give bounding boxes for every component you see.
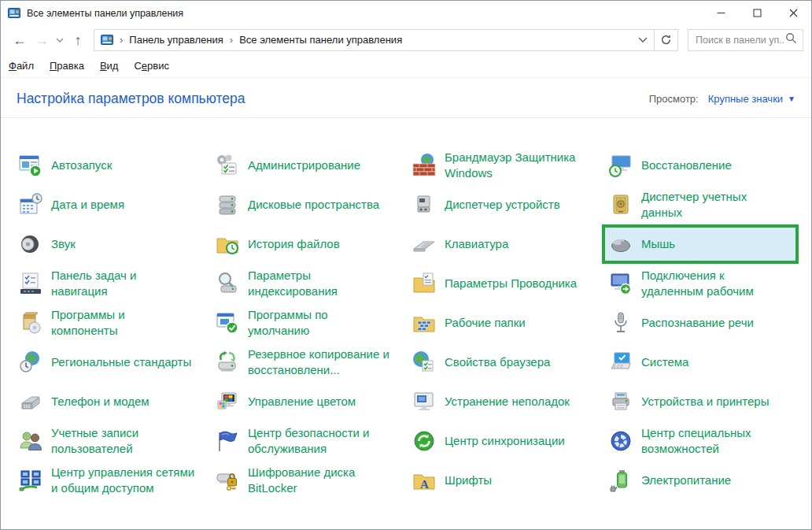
view-value: Крупные значки <box>708 93 783 105</box>
view-dropdown[interactable]: Крупные значки ▼ <box>708 93 795 105</box>
menubar: ФайлПравкаВидСервис <box>1 54 811 78</box>
item-credential-manager[interactable]: Диспетчер учетных данных <box>602 185 799 224</box>
item-fonts[interactable]: AШрифты <box>405 461 602 500</box>
breadcrumb-item-all-items[interactable]: Все элементы панели управления <box>239 34 402 46</box>
item-speech[interactable]: Распознавание речи <box>602 303 799 343</box>
item-default-programs[interactable]: Программы по умолчанию <box>209 303 405 343</box>
item-label: Учетные записи пользователей <box>51 425 138 457</box>
item-network-center[interactable]: Центр управления сетями и общим доступом <box>12 461 209 500</box>
minimize-button[interactable] <box>703 1 739 25</box>
bitlocker-icon <box>215 468 240 493</box>
sync-center-icon <box>412 428 437 454</box>
item-sync-center[interactable]: Центр синхронизации <box>405 421 602 461</box>
item-label: Автозапуск <box>51 158 112 173</box>
item-taskbar[interactable]: Панель задач и навигация <box>12 264 209 303</box>
up-icon[interactable]: ↑ <box>67 28 89 52</box>
mouse-icon <box>608 232 633 257</box>
phone-modem-icon <box>18 389 43 414</box>
address-bar[interactable]: › Панель управления › Все элементы панел… <box>94 29 655 51</box>
item-troubleshooting[interactable]: Устранение неполадок <box>405 382 602 421</box>
back-icon[interactable]: ← <box>9 28 31 52</box>
item-indexing[interactable]: Параметры индексирования <box>209 264 405 303</box>
item-label: Программы и компоненты <box>51 307 125 339</box>
item-label: Управление цветом <box>248 394 356 410</box>
user-accounts-icon <box>18 428 43 454</box>
item-file-history[interactable]: История файлов <box>209 224 405 264</box>
item-label: Параметры Проводника <box>445 276 577 291</box>
item-recovery[interactable]: Восстановление <box>602 146 799 185</box>
content: Настройка параметров компьютера Просмотр… <box>1 78 811 529</box>
item-rdp[interactable]: Подключения к удаленным рабочим <box>602 264 799 303</box>
item-phone-modem[interactable]: Телефон и модем <box>12 382 209 421</box>
titlebar: Все элементы панели управления <box>1 1 811 25</box>
breadcrumb-separator-icon: › <box>228 34 234 46</box>
fonts-icon: A <box>412 468 437 493</box>
file-history-icon <box>215 232 240 257</box>
item-bitlocker[interactable]: Шифрование диска BitLocker <box>209 461 405 500</box>
item-programs-features[interactable]: Программы и компоненты <box>12 303 209 343</box>
region-icon <box>18 350 43 375</box>
item-ease-of-access[interactable]: Центр специальных возможностей <box>602 421 799 461</box>
menu-item-view[interactable]: Вид <box>92 60 127 72</box>
item-backup[interactable]: Резервное копирование и восстановлени... <box>209 343 405 382</box>
window-title: Все элементы панели управления <box>27 8 703 19</box>
internet-options-icon <box>412 350 437 375</box>
search-icon[interactable] <box>785 32 797 47</box>
close-button[interactable] <box>775 1 811 25</box>
troubleshooting-icon <box>412 389 437 414</box>
device-manager-icon <box>412 192 437 217</box>
refresh-button[interactable] <box>654 29 678 51</box>
item-device-manager[interactable]: Диспетчер устройств <box>405 185 602 224</box>
item-datetime[interactable]: Дата и время <box>12 185 209 224</box>
forward-icon[interactable]: → <box>31 28 53 52</box>
history-chevron-icon[interactable] <box>53 28 67 52</box>
default-programs-icon <box>215 310 240 335</box>
item-label: Клавиатура <box>445 236 508 252</box>
item-label: Подключения к удаленным рабочим <box>641 268 754 299</box>
item-user-accounts[interactable]: Учетные записи пользователей <box>12 421 209 461</box>
item-devices-printers[interactable]: Устройства и принтеры <box>602 382 799 421</box>
item-color-mgmt[interactable]: Управление цветом <box>209 382 405 421</box>
devices-printers-icon <box>608 389 633 414</box>
item-firewall[interactable]: Брандмауэр Защитника Windows <box>405 146 602 185</box>
firewall-icon <box>412 153 437 178</box>
system-icon <box>608 350 633 375</box>
item-internet-options[interactable]: Свойства браузера <box>405 343 602 382</box>
menu-item-edit[interactable]: Правка <box>42 60 92 72</box>
breadcrumb-item-control-panel[interactable]: Панель управления <box>129 34 223 46</box>
item-label: История файлов <box>248 236 340 252</box>
item-sound[interactable]: Звук <box>12 224 209 264</box>
item-work-folders[interactable]: Рабочие папки <box>405 303 602 343</box>
item-admin-tools[interactable]: Администрирование <box>209 146 405 185</box>
item-explorer-options[interactable]: Параметры Проводника <box>405 264 602 303</box>
menu-item-file[interactable]: Файл <box>9 60 42 72</box>
speech-icon <box>608 310 633 335</box>
item-storage-spaces[interactable]: Дисковые пространства <box>209 185 405 224</box>
programs-features-icon <box>18 310 43 335</box>
item-system[interactable]: Система <box>602 343 799 382</box>
item-power[interactable]: Электропитание <box>602 461 799 500</box>
item-label: Брандмауэр Защитника Windows <box>445 150 575 181</box>
item-label: Восстановление <box>641 158 732 173</box>
control-panel-items-grid: АвтозапускАдминистрированиеБрандмауэр За… <box>12 146 799 500</box>
item-label: Телефон и модем <box>51 394 149 410</box>
search-input[interactable] <box>694 34 785 46</box>
search-box[interactable] <box>688 29 803 51</box>
menu-item-service[interactable]: Сервис <box>126 60 177 72</box>
autorun-icon <box>18 153 43 178</box>
item-label: Электропитание <box>641 473 731 488</box>
item-security-center[interactable]: Центр безопасности и обслуживания <box>209 421 405 461</box>
item-label: Система <box>641 354 688 370</box>
item-label: Шифрование диска BitLocker <box>248 465 355 496</box>
item-mouse[interactable]: Мышь <box>602 224 799 264</box>
power-icon <box>608 468 633 493</box>
item-label: Дисковые пространства <box>248 197 379 213</box>
maximize-button[interactable] <box>739 1 775 25</box>
header-divider <box>1 117 811 118</box>
item-keyboard[interactable]: Клавиатура <box>405 224 602 264</box>
item-autorun[interactable]: Автозапуск <box>12 146 209 185</box>
explorer-options-icon <box>412 271 437 296</box>
taskbar-icon <box>18 271 43 296</box>
item-region[interactable]: Региональные стандарты <box>12 343 209 382</box>
address-dropdown-icon[interactable] <box>638 37 648 43</box>
